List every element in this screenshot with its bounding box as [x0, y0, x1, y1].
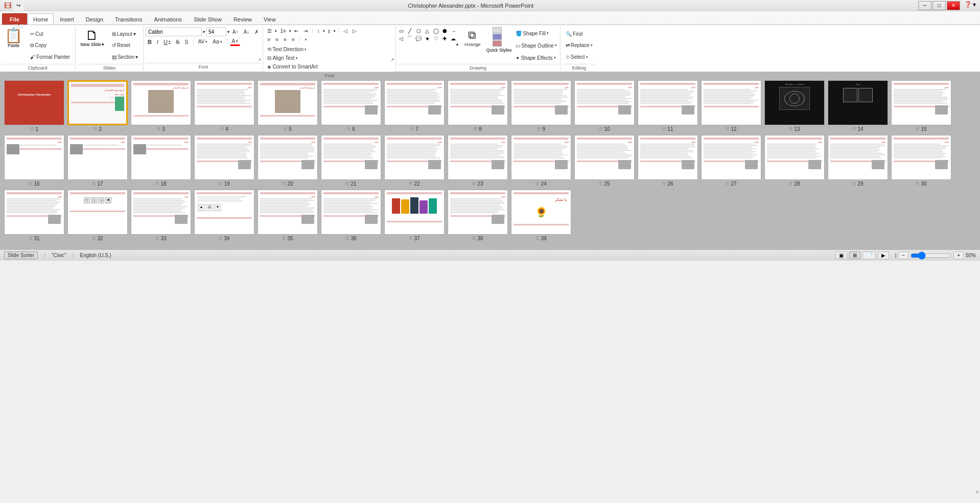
justify-btn[interactable]: ≡ [290, 36, 297, 43]
slide-thumb-38[interactable]: عنوان [448, 190, 508, 235]
new-slide-dropdown-arrow[interactable]: ▾ [102, 42, 104, 47]
maximize-btn[interactable]: □ [932, 1, 946, 10]
shadow-btn[interactable]: S [182, 38, 190, 46]
slide-item-16[interactable]: عنوان متن متن متن متن متن متن متن متن مت… [4, 135, 64, 187]
zoom-slider[interactable] [911, 254, 951, 258]
shape-arc[interactable]: ⌒ [406, 35, 414, 42]
slide-item-7[interactable]: عنوان☰7 [384, 80, 445, 132]
slide-thumb-17[interactable]: عنوان متن متن متن متن متن متن متن متن مت… [67, 135, 128, 180]
slide-item-22[interactable]: عنوان☰22 [384, 135, 445, 187]
slide-thumb-23[interactable]: عنوان [448, 135, 508, 180]
slide-item-35[interactable]: عنوان☰35 [258, 190, 318, 241]
slide-item-19[interactable]: عنوان☰19 [194, 135, 254, 187]
font-size-arrow[interactable]: ▾ [227, 30, 229, 34]
shape-rect[interactable]: ▭ [397, 27, 405, 34]
slide-thumb-4[interactable]: عنوان [194, 80, 254, 125]
slide-item-38[interactable]: عنوان☰38 [448, 190, 508, 241]
slide-item-23[interactable]: عنوان☰23 [448, 135, 508, 187]
slide-thumb-27[interactable]: عنوان [701, 135, 761, 180]
slide-thumb-3[interactable]: کریستوف الکساندر [131, 80, 191, 125]
font-size-input[interactable] [206, 27, 226, 36]
find-button[interactable]: 🔍 Find [564, 30, 595, 38]
slide-thumb-18[interactable]: عنوان متن متن متن متن متن متن متن متن مت… [131, 135, 191, 180]
slide-thumb-30[interactable]: عنوان [891, 135, 951, 180]
slide-thumb-19[interactable]: عنوان [194, 135, 254, 180]
slideshow-btn[interactable]: ▶ [878, 252, 889, 259]
slide-item-12[interactable]: عنوان☰12 [701, 80, 761, 132]
slide-item-27[interactable]: عنوان☰27 [701, 135, 761, 187]
align-center-btn[interactable]: ≡ [273, 36, 281, 43]
font-name-input[interactable] [146, 27, 202, 36]
columns-arrow[interactable]: ▾ [334, 29, 336, 33]
slide-thumb-20[interactable]: عنوان [258, 135, 318, 180]
char-spacing-btn[interactable]: AV▾ [196, 38, 210, 45]
tab-animations[interactable]: Animations [148, 13, 187, 25]
slide-thumb-13[interactable]: محاسبات در جنبش کلنه [764, 80, 825, 125]
bullet-arrow[interactable]: ▾ [275, 29, 277, 33]
shape-arrow[interactable]: → [449, 27, 457, 34]
columns-btn[interactable]: ⫿ [326, 27, 333, 35]
change-case-btn[interactable]: Aa▾ [211, 38, 224, 45]
slide-thumb-5[interactable]: کریستوف الکساندر [258, 80, 318, 125]
shape-callout[interactable]: 💬 [414, 35, 423, 42]
style-item-2[interactable] [493, 34, 502, 40]
slide-thumb-2[interactable]: کریستوف الکساندر عنوان مقابل متن [67, 80, 128, 125]
slide-item-10[interactable]: عنوان☰10 [574, 80, 635, 132]
normal-view-btn[interactable]: ▣ [835, 252, 847, 259]
align-text-btn[interactable]: ⊟ Align Text ▾ [265, 54, 393, 62]
tab-home[interactable]: Home [28, 13, 54, 25]
ribbon-collapse-btn[interactable]: ▾ [973, 1, 976, 10]
para-group-expand[interactable]: ↗ [390, 57, 394, 62]
italic-btn[interactable]: I [155, 38, 160, 46]
slide-thumb-25[interactable]: عنوان [574, 135, 635, 180]
slide-thumb-28[interactable]: عنوان [764, 135, 825, 180]
slide-item-5[interactable]: کریستوف الکساندر ☰5 [258, 80, 318, 132]
slide-item-26[interactable]: عنوان☰26 [638, 135, 698, 187]
slide-thumb-12[interactable]: عنوان [701, 80, 761, 125]
align-left-btn[interactable]: ≡ [265, 36, 272, 43]
slide-thumb-9[interactable]: عنوان [511, 80, 571, 125]
drawing-group-expand[interactable]: ↗ [975, 490, 979, 495]
slide-thumb-34[interactable]: ▲ ◎ ✦ [194, 190, 254, 235]
slide-item-25[interactable]: عنوان☰25 [574, 135, 635, 187]
slide-item-39[interactable]: یا تشکر 🌻 ☰39 [511, 190, 571, 241]
slide-item-3[interactable]: کریستوف الکساندر ☰3 [131, 80, 191, 132]
cut-button[interactable]: ✂ Cut [28, 30, 72, 38]
slide-item-14[interactable]: نمودار ☰14 [828, 80, 888, 132]
shape-tri[interactable]: △ [423, 27, 431, 34]
format-painter-button[interactable]: 🖌 Format Painter [28, 53, 72, 61]
minimize-btn[interactable]: ─ [918, 1, 931, 10]
line-spacing-btn[interactable]: ↕ [315, 27, 322, 35]
slide-thumb-7[interactable]: عنوان [384, 80, 445, 125]
slide-sorter-view-btn[interactable]: Slide Sorter [4, 252, 38, 259]
slide-item-33[interactable]: عنوان☰33 [131, 190, 191, 241]
font-group-expand[interactable]: ↗ [258, 57, 262, 62]
shape-line[interactable]: ╱ [406, 27, 414, 34]
underline-btn[interactable]: U▾ [161, 38, 173, 46]
slide-item-36[interactable]: عنوان☰36 [321, 190, 381, 241]
slide-item-37[interactable]: ☰37 [384, 190, 445, 241]
slide-item-24[interactable]: عنوان☰24 [511, 135, 571, 187]
slide-thumb-8[interactable]: عنوان [448, 80, 508, 125]
slide-item-17[interactable]: عنوان متن متن متن متن متن متن متن متن مت… [67, 135, 128, 187]
shape-chevron[interactable]: ◁ [397, 35, 405, 42]
decrease-font-btn[interactable]: A↓ [242, 28, 252, 36]
shape-hex[interactable]: ⬡ [414, 27, 423, 34]
slide-item-29[interactable]: عنوان☰29 [828, 135, 888, 187]
decrease-indent-btn[interactable]: ⇤ [292, 27, 300, 35]
shape-diamond[interactable]: ⬟ [440, 27, 449, 34]
font-name-arrow[interactable]: ▾ [203, 30, 205, 34]
convert-smartart-btn[interactable]: ◈ Convert to SmartArt [265, 63, 393, 71]
slide-item-11[interactable]: عنوان☰11 [638, 80, 698, 132]
increase-font-btn[interactable]: A↑ [230, 28, 241, 36]
text-direction-btn[interactable]: ⟲ Text Direction ▾ [265, 45, 393, 53]
slide-item-2[interactable]: کریستوف الکساندر عنوان مقابل متن ☰2 [67, 80, 128, 132]
slide-thumb-6[interactable]: عنوان [321, 80, 381, 125]
slide-item-34[interactable]: ▲ ◎ ✦ ☰34 [194, 190, 254, 241]
bullet-list-btn[interactable]: ☰ [265, 27, 274, 35]
clear-format-btn[interactable]: ✗ [252, 28, 261, 36]
shape-fill-btn[interactable]: 🪣 Shape Fill ▾ [514, 30, 558, 37]
slide-item-31[interactable]: عنوان☰31 [4, 190, 64, 241]
slide-item-8[interactable]: عنوان☰8 [448, 80, 508, 132]
slide-item-4[interactable]: عنوان☰4 [194, 80, 254, 132]
